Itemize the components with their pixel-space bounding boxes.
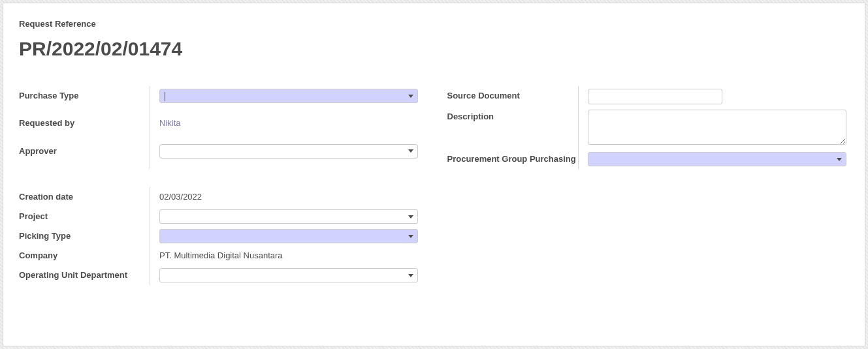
group-right-1: Source Document Description Procurement … bbox=[447, 86, 850, 169]
company-value: PT. Multimedia Digital Nusantara bbox=[159, 249, 283, 263]
description-label: Description bbox=[447, 112, 494, 121]
chevron-down-icon bbox=[408, 235, 413, 238]
purchase-type-label: Purchase Type bbox=[19, 91, 79, 100]
operating-unit-input[interactable] bbox=[164, 271, 408, 281]
chevron-down-icon bbox=[837, 158, 842, 161]
requested-by-label: Requested by bbox=[19, 118, 74, 128]
description-field[interactable] bbox=[588, 110, 846, 145]
creation-date-value: 02/03/2022 bbox=[159, 190, 202, 204]
form-groups-row-2: Creation date 02/03/2022 Project bbox=[19, 187, 849, 285]
text-cursor-icon bbox=[165, 92, 165, 101]
procurement-group-label: Procurement Group Purchasing bbox=[447, 154, 576, 164]
request-reference-label: Request Reference bbox=[19, 19, 849, 29]
source-document-field[interactable] bbox=[588, 89, 722, 104]
chevron-down-icon bbox=[408, 95, 413, 98]
procurement-group-field[interactable] bbox=[588, 152, 846, 166]
operating-unit-field[interactable] bbox=[159, 268, 418, 282]
form-groups-row-1: Purchase Type Requested by Nikita bbox=[19, 86, 849, 169]
picking-type-input[interactable] bbox=[164, 232, 408, 241]
chevron-down-icon bbox=[408, 215, 413, 219]
project-label: Project bbox=[19, 211, 48, 221]
company-label: Company bbox=[19, 250, 57, 260]
approver-input[interactable] bbox=[164, 146, 408, 156]
picking-type-field[interactable] bbox=[159, 229, 418, 243]
procurement-group-input[interactable] bbox=[592, 155, 837, 164]
approver-field[interactable] bbox=[159, 144, 418, 159]
operating-unit-label: Operating Unit Department bbox=[19, 270, 127, 280]
chevron-down-icon bbox=[408, 149, 413, 153]
project-input[interactable] bbox=[164, 212, 408, 222]
purchase-type-field[interactable] bbox=[159, 89, 418, 103]
picking-type-label: Picking Type bbox=[19, 231, 71, 241]
request-reference-value: PR/2022/02/01474 bbox=[19, 38, 849, 60]
creation-date-label: Creation date bbox=[19, 192, 73, 202]
group-right-2-empty bbox=[447, 187, 850, 285]
chevron-down-icon bbox=[408, 274, 413, 277]
group-left-2: Creation date 02/03/2022 Project bbox=[19, 187, 421, 285]
approver-label: Approver bbox=[19, 146, 57, 156]
requested-by-value[interactable]: Nikita bbox=[159, 116, 181, 130]
project-field[interactable] bbox=[159, 209, 418, 224]
form-sheet: Request Reference PR/2022/02/01474 Purch… bbox=[3, 3, 865, 346]
group-left-1: Purchase Type Requested by Nikita bbox=[19, 86, 421, 169]
source-document-label: Source Document bbox=[447, 91, 520, 100]
